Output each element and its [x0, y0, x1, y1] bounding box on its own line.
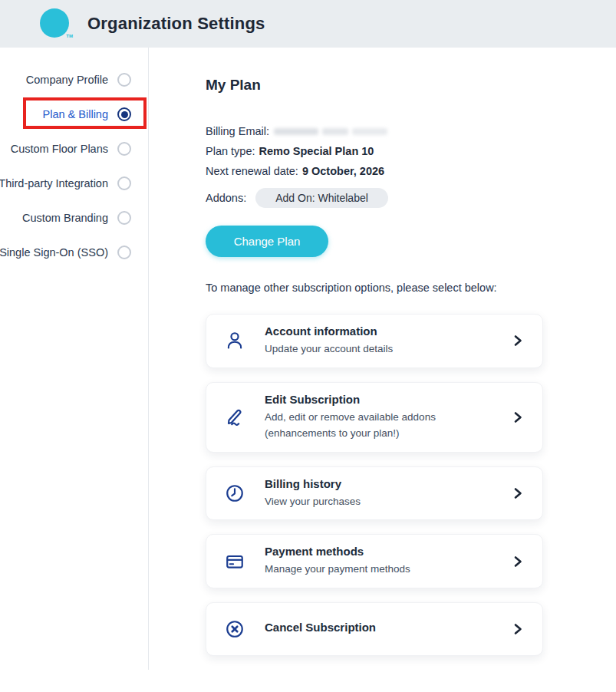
manage-subscription-text: To manage other subscription options, pl… [206, 282, 543, 294]
chevron-right-icon [512, 487, 524, 499]
radio-third-party-integration[interactable] [117, 176, 131, 190]
radio-company-profile[interactable] [117, 73, 131, 87]
cancel-circle-icon [225, 619, 248, 639]
plan-type-value: Remo Special Plan 10 [259, 145, 374, 157]
radio-single-sign-on[interactable] [117, 245, 131, 259]
sidebar-item-label: Custom Floor Plans [11, 143, 108, 155]
sidebar-item-label: Third-party Integration [0, 177, 108, 189]
clock-icon [225, 483, 248, 503]
card-title: Cancel Subscription [265, 621, 507, 634]
payment-methods-card[interactable]: Payment methods Manage your payment meth… [206, 534, 543, 588]
logo-circle-icon [40, 8, 69, 38]
radio-custom-floor-plans[interactable] [117, 142, 131, 156]
cancel-subscription-card[interactable]: Cancel Subscription [206, 602, 543, 656]
sidebar-item-single-sign-on[interactable]: Single Sign-On (SSO) [0, 239, 148, 266]
sidebar-item-custom-floor-plans[interactable]: Custom Floor Plans [0, 135, 148, 163]
chevron-right-icon [512, 411, 524, 423]
chevron-right-icon [512, 623, 524, 635]
user-icon [225, 331, 248, 351]
addons-label: Addons: [206, 192, 246, 204]
radio-custom-branding[interactable] [117, 211, 131, 225]
renewal-date-label: Next renewal date: [206, 165, 298, 177]
card-title: Account information [265, 325, 507, 338]
page-header-title: Organization Settings [87, 14, 265, 34]
sidebar-item-custom-branding[interactable]: Custom Branding [0, 204, 148, 232]
sidebar-divider [148, 48, 149, 670]
edit-pen-icon [225, 407, 248, 427]
sidebar-item-label: Single Sign-On (SSO) [0, 246, 108, 259]
sidebar-item-third-party-integration[interactable]: Third-party Integration [0, 170, 148, 197]
card-subtitle: Update your account details [265, 341, 507, 358]
settings-sidebar: Company Profile Plan & Billing Custom Fl… [0, 48, 148, 670]
edit-subscription-card[interactable]: Edit Subscription Add, edit or remove av… [206, 382, 543, 453]
addons-row: Addons: Add On: Whitelabel [206, 187, 543, 209]
credit-card-icon [225, 552, 248, 572]
renewal-date-row: Next renewal date: 9 October, 2026 [206, 161, 543, 181]
card-subtitle: View your purchases [265, 493, 507, 510]
plan-info-block: Billing Email: Plan type: Remo Special P… [206, 121, 543, 209]
sidebar-item-label: Plan & Billing [43, 108, 108, 120]
change-plan-button[interactable]: Change Plan [206, 226, 328, 257]
plan-type-row: Plan type: Remo Special Plan 10 [206, 141, 543, 161]
sidebar-item-label: Custom Branding [22, 212, 108, 224]
card-title: Payment methods [265, 545, 507, 558]
chevron-right-icon [512, 555, 524, 568]
addon-whitelabel-chip: Add On: Whitelabel [255, 188, 388, 208]
radio-plan-billing[interactable] [117, 107, 131, 121]
billing-email-redacted [274, 128, 387, 135]
account-information-card[interactable]: Account information Update your account … [206, 314, 543, 368]
card-title: Edit Subscription [265, 393, 507, 406]
remo-logo: TM [40, 8, 71, 39]
sidebar-item-company-profile[interactable]: Company Profile [0, 66, 148, 94]
sidebar-item-label: Company Profile [26, 74, 108, 86]
billing-email-row: Billing Email: [206, 121, 543, 141]
section-title: My Plan [206, 77, 543, 94]
logo-trademark: TM [66, 34, 73, 38]
chevron-right-icon [512, 334, 524, 347]
sidebar-item-plan-billing[interactable]: Plan & Billing [0, 101, 148, 128]
plan-billing-panel: My Plan Billing Email: Plan type: Remo S… [206, 77, 543, 656]
billing-email-label: Billing Email: [206, 125, 269, 137]
plan-type-label: Plan type: [206, 145, 255, 157]
billing-history-card[interactable]: Billing history View your purchases [206, 466, 543, 521]
subscription-options-list: Account information Update your account … [206, 314, 543, 656]
renewal-date-value: 9 October, 2026 [302, 165, 384, 177]
card-title: Billing history [265, 477, 507, 490]
app-header: TM Organization Settings [0, 0, 616, 48]
card-subtitle: Manage your payment methods [265, 561, 507, 578]
card-subtitle: Add, edit or remove available addons (en… [265, 409, 507, 442]
